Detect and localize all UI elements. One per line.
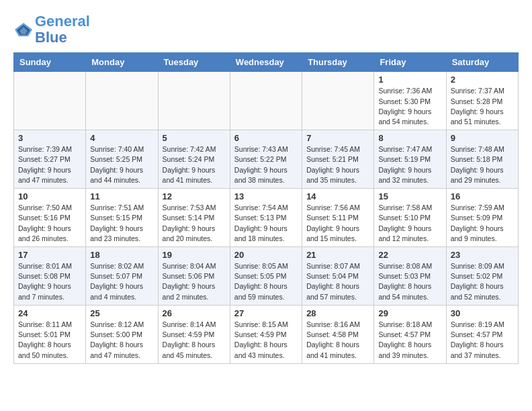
calendar-day-cell: 2Sunrise: 7:37 AM Sunset: 5:28 PM Daylig… xyxy=(446,72,518,130)
day-info: Sunrise: 8:18 AM Sunset: 4:57 PM Dayligh… xyxy=(378,320,441,361)
day-number: 8 xyxy=(378,133,441,143)
day-number: 3 xyxy=(18,133,81,143)
calendar-header: SundayMondayTuesdayWednesdayThursdayFrid… xyxy=(14,53,519,72)
day-info: Sunrise: 8:12 AM Sunset: 5:00 PM Dayligh… xyxy=(90,320,153,361)
day-info: Sunrise: 7:48 AM Sunset: 5:18 PM Dayligh… xyxy=(451,144,514,185)
day-info: Sunrise: 8:01 AM Sunset: 5:08 PM Dayligh… xyxy=(18,261,81,302)
day-info: Sunrise: 7:54 AM Sunset: 5:13 PM Dayligh… xyxy=(234,203,298,244)
day-info: Sunrise: 7:45 AM Sunset: 5:21 PM Dayligh… xyxy=(306,144,369,185)
page-container: General Blue SundayMondayTuesdayWednesda… xyxy=(0,0,532,371)
day-info: Sunrise: 7:40 AM Sunset: 5:25 PM Dayligh… xyxy=(90,144,153,185)
day-info: Sunrise: 8:08 AM Sunset: 5:03 PM Dayligh… xyxy=(378,261,441,302)
day-info: Sunrise: 8:15 AM Sunset: 4:59 PM Dayligh… xyxy=(234,320,298,361)
calendar-week-row: 10Sunrise: 7:50 AM Sunset: 5:16 PM Dayli… xyxy=(14,189,519,247)
day-of-week-header: Sunday xyxy=(14,53,86,72)
day-info: Sunrise: 8:16 AM Sunset: 4:58 PM Dayligh… xyxy=(306,320,369,361)
day-number: 15 xyxy=(378,191,441,201)
day-number: 28 xyxy=(306,308,369,318)
calendar-day-cell: 26Sunrise: 8:14 AM Sunset: 4:59 PM Dayli… xyxy=(158,305,230,363)
calendar-day-cell: 22Sunrise: 8:08 AM Sunset: 5:03 PM Dayli… xyxy=(374,247,446,306)
logo-icon xyxy=(13,21,34,38)
calendar-day-cell: 23Sunrise: 8:09 AM Sunset: 5:02 PM Dayli… xyxy=(446,247,518,306)
day-info: Sunrise: 7:37 AM Sunset: 5:28 PM Dayligh… xyxy=(451,86,514,127)
day-number: 16 xyxy=(451,191,514,201)
day-number: 14 xyxy=(306,191,369,201)
day-number: 5 xyxy=(163,133,226,143)
calendar-day-cell: 28Sunrise: 8:16 AM Sunset: 4:58 PM Dayli… xyxy=(302,305,374,363)
calendar-day-cell xyxy=(86,72,158,130)
day-info: Sunrise: 7:47 AM Sunset: 5:19 PM Dayligh… xyxy=(378,144,441,185)
calendar-day-cell: 30Sunrise: 8:19 AM Sunset: 4:57 PM Dayli… xyxy=(446,305,518,363)
calendar-day-cell xyxy=(158,72,230,130)
day-info: Sunrise: 7:58 AM Sunset: 5:10 PM Dayligh… xyxy=(378,203,441,244)
day-number: 27 xyxy=(234,308,298,318)
day-info: Sunrise: 7:50 AM Sunset: 5:16 PM Dayligh… xyxy=(18,203,81,244)
calendar-week-row: 17Sunrise: 8:01 AM Sunset: 5:08 PM Dayli… xyxy=(14,247,519,306)
calendar-day-cell: 20Sunrise: 8:05 AM Sunset: 5:05 PM Dayli… xyxy=(230,247,302,306)
day-info: Sunrise: 7:43 AM Sunset: 5:22 PM Dayligh… xyxy=(234,144,298,185)
calendar-day-cell: 10Sunrise: 7:50 AM Sunset: 5:16 PM Dayli… xyxy=(14,189,86,247)
day-number: 20 xyxy=(234,250,298,260)
logo-general: General xyxy=(35,13,90,30)
calendar-day-cell: 25Sunrise: 8:12 AM Sunset: 5:00 PM Dayli… xyxy=(86,305,158,363)
calendar-day-cell: 9Sunrise: 7:48 AM Sunset: 5:18 PM Daylig… xyxy=(446,130,518,189)
day-number: 6 xyxy=(234,133,298,143)
logo: General Blue xyxy=(13,13,90,46)
day-info: Sunrise: 8:11 AM Sunset: 5:01 PM Dayligh… xyxy=(18,320,81,361)
calendar-day-cell: 8Sunrise: 7:47 AM Sunset: 5:19 PM Daylig… xyxy=(374,130,446,189)
day-info: Sunrise: 8:02 AM Sunset: 5:07 PM Dayligh… xyxy=(90,261,153,302)
day-info: Sunrise: 7:59 AM Sunset: 5:09 PM Dayligh… xyxy=(451,203,514,244)
day-of-week-header: Wednesday xyxy=(230,53,302,72)
day-number: 24 xyxy=(18,308,81,318)
calendar-day-cell: 21Sunrise: 8:07 AM Sunset: 5:04 PM Dayli… xyxy=(302,247,374,306)
calendar-week-row: 1Sunrise: 7:36 AM Sunset: 5:30 PM Daylig… xyxy=(14,72,519,130)
day-info: Sunrise: 7:56 AM Sunset: 5:11 PM Dayligh… xyxy=(306,203,369,244)
calendar-day-cell: 29Sunrise: 8:18 AM Sunset: 4:57 PM Dayli… xyxy=(374,305,446,363)
day-info: Sunrise: 8:14 AM Sunset: 4:59 PM Dayligh… xyxy=(163,320,226,361)
calendar-day-cell: 18Sunrise: 8:02 AM Sunset: 5:07 PM Dayli… xyxy=(86,247,158,306)
calendar-day-cell xyxy=(14,72,86,130)
day-number: 22 xyxy=(378,250,441,260)
day-info: Sunrise: 8:19 AM Sunset: 4:57 PM Dayligh… xyxy=(451,320,514,361)
logo-blue: Blue xyxy=(35,30,90,46)
day-info: Sunrise: 8:09 AM Sunset: 5:02 PM Dayligh… xyxy=(451,261,514,302)
calendar-day-cell: 24Sunrise: 8:11 AM Sunset: 5:01 PM Dayli… xyxy=(14,305,86,363)
day-of-week-header: Saturday xyxy=(446,53,518,72)
day-of-week-header: Thursday xyxy=(302,53,374,72)
day-number: 23 xyxy=(451,250,514,260)
day-number: 30 xyxy=(451,308,514,318)
calendar-day-cell: 13Sunrise: 7:54 AM Sunset: 5:13 PM Dayli… xyxy=(230,189,302,247)
header-row: General Blue xyxy=(13,13,519,46)
calendar-day-cell: 4Sunrise: 7:40 AM Sunset: 5:25 PM Daylig… xyxy=(86,130,158,189)
day-info: Sunrise: 7:36 AM Sunset: 5:30 PM Dayligh… xyxy=(378,86,441,127)
day-number: 25 xyxy=(90,308,153,318)
day-of-week-header: Tuesday xyxy=(158,53,230,72)
calendar-day-cell: 15Sunrise: 7:58 AM Sunset: 5:10 PM Dayli… xyxy=(374,189,446,247)
calendar-day-cell: 5Sunrise: 7:42 AM Sunset: 5:24 PM Daylig… xyxy=(158,130,230,189)
day-number: 7 xyxy=(306,133,369,143)
calendar-day-cell: 6Sunrise: 7:43 AM Sunset: 5:22 PM Daylig… xyxy=(230,130,302,189)
day-number: 12 xyxy=(163,191,226,201)
day-of-week-header: Friday xyxy=(374,53,446,72)
day-number: 1 xyxy=(378,75,441,85)
calendar-week-row: 24Sunrise: 8:11 AM Sunset: 5:01 PM Dayli… xyxy=(14,305,519,363)
day-info: Sunrise: 8:04 AM Sunset: 5:06 PM Dayligh… xyxy=(163,261,226,302)
day-number: 2 xyxy=(451,75,514,85)
day-number: 18 xyxy=(90,250,153,260)
calendar-day-cell: 16Sunrise: 7:59 AM Sunset: 5:09 PM Dayli… xyxy=(446,189,518,247)
day-of-week-header: Monday xyxy=(86,53,158,72)
calendar-day-cell: 14Sunrise: 7:56 AM Sunset: 5:11 PM Dayli… xyxy=(302,189,374,247)
day-info: Sunrise: 7:51 AM Sunset: 5:15 PM Dayligh… xyxy=(90,203,153,244)
day-info: Sunrise: 7:42 AM Sunset: 5:24 PM Dayligh… xyxy=(163,144,226,185)
calendar-table: SundayMondayTuesdayWednesdayThursdayFrid… xyxy=(13,52,519,363)
day-number: 13 xyxy=(234,191,298,201)
day-number: 26 xyxy=(163,308,226,318)
calendar-day-cell: 19Sunrise: 8:04 AM Sunset: 5:06 PM Dayli… xyxy=(158,247,230,306)
day-info: Sunrise: 8:05 AM Sunset: 5:05 PM Dayligh… xyxy=(234,261,298,302)
calendar-day-cell: 11Sunrise: 7:51 AM Sunset: 5:15 PM Dayli… xyxy=(86,189,158,247)
calendar-day-cell: 3Sunrise: 7:39 AM Sunset: 5:27 PM Daylig… xyxy=(14,130,86,189)
calendar-week-row: 3Sunrise: 7:39 AM Sunset: 5:27 PM Daylig… xyxy=(14,130,519,189)
calendar-day-cell: 1Sunrise: 7:36 AM Sunset: 5:30 PM Daylig… xyxy=(374,72,446,130)
day-info: Sunrise: 8:07 AM Sunset: 5:04 PM Dayligh… xyxy=(306,261,369,302)
calendar-day-cell: 7Sunrise: 7:45 AM Sunset: 5:21 PM Daylig… xyxy=(302,130,374,189)
